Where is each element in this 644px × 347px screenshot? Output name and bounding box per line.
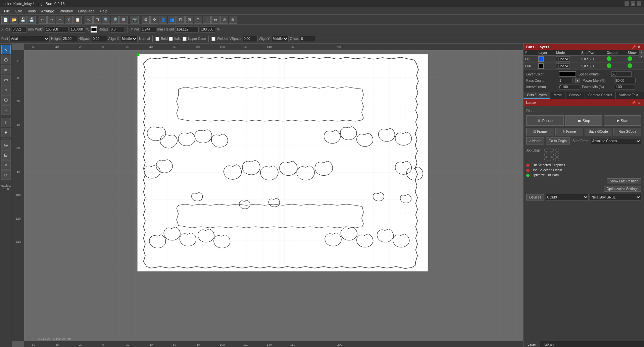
job-origin-grid[interactable] bbox=[544, 148, 560, 161]
layer-output-c00[interactable] bbox=[605, 63, 626, 70]
drawing-canvas[interactable]: x: 213.00 , y: 108.00 mm bbox=[24, 50, 523, 341]
zoom-in[interactable]: 🔍 bbox=[102, 16, 110, 24]
select-tool[interactable]: ↖ bbox=[85, 16, 93, 24]
table-row[interactable]: C01 Line 5.0 / 80.0 bbox=[524, 56, 644, 63]
menu-tools[interactable]: Tools bbox=[24, 8, 39, 14]
select-tool-btn[interactable]: ↖ bbox=[1, 45, 11, 54]
power-max-input[interactable] bbox=[615, 78, 636, 83]
tab-camera[interactable]: Camera Control bbox=[585, 92, 616, 99]
job-origin-tm[interactable] bbox=[550, 148, 554, 152]
new-button[interactable]: 📄 bbox=[1, 16, 9, 24]
offset-button[interactable]: ⊕ bbox=[220, 16, 228, 24]
frame-button-1[interactable]: ⊡ Frame bbox=[526, 128, 554, 135]
job-origin-bm[interactable] bbox=[550, 157, 554, 161]
redo-button[interactable]: ↪ bbox=[47, 16, 55, 24]
stop-button[interactable]: ⏹ Stop bbox=[565, 115, 603, 126]
run-gcode-button[interactable]: Run GCode bbox=[613, 128, 641, 135]
tab-variable-text[interactable]: Variable Text bbox=[616, 92, 642, 99]
draw-line-btn[interactable]: ✏ bbox=[1, 65, 11, 74]
home-button[interactable]: ⌂ Home bbox=[526, 137, 544, 144]
upper-case-checkbox[interactable] bbox=[183, 37, 187, 41]
boolean-button[interactable]: ⊞ bbox=[194, 16, 202, 24]
maximize-button[interactable]: □ bbox=[631, 1, 635, 6]
port-select[interactable]: COM9 bbox=[546, 194, 589, 200]
save-gcode-button[interactable]: Save GCode bbox=[585, 128, 612, 135]
bottom-tab-laser[interactable]: Laser bbox=[524, 341, 540, 347]
align-button[interactable]: ⊟ bbox=[177, 16, 185, 24]
mirror-button[interactable]: ⇔ bbox=[211, 16, 219, 24]
open-button[interactable]: 📂 bbox=[10, 16, 18, 24]
close-path-button[interactable]: ⊗ bbox=[229, 16, 237, 24]
font-height-input[interactable] bbox=[62, 36, 77, 42]
node-edit-btn[interactable]: ⬡ bbox=[1, 55, 11, 64]
tab-cuts-layers[interactable]: Cuts / Layers bbox=[524, 92, 550, 99]
go-to-origin-button[interactable]: Go to Origin bbox=[546, 137, 570, 144]
menu-edit[interactable]: Edit bbox=[13, 8, 24, 14]
distribute-button[interactable]: ⊠ bbox=[185, 16, 193, 24]
width-input[interactable] bbox=[45, 26, 68, 33]
rotate-input[interactable] bbox=[110, 26, 125, 33]
job-origin-ml[interactable] bbox=[544, 153, 548, 157]
pin-tool-btn[interactable]: ▼ bbox=[1, 128, 11, 137]
minimize-button[interactable]: _ bbox=[625, 1, 629, 6]
menu-language[interactable]: Language bbox=[76, 8, 97, 14]
job-origin-bl[interactable] bbox=[544, 157, 548, 161]
pause-button[interactable]: ⏸ Pause bbox=[526, 115, 564, 126]
frame-button-2[interactable]: ↻ Frame bbox=[555, 128, 583, 135]
speed-input[interactable] bbox=[611, 71, 632, 77]
italic-checkbox[interactable] bbox=[169, 37, 173, 41]
paste-button[interactable]: 📋 bbox=[73, 16, 82, 24]
layer-show-c00[interactable] bbox=[626, 63, 644, 70]
layer-color-c01[interactable] bbox=[537, 56, 555, 63]
ypos-input[interactable] bbox=[141, 26, 156, 33]
cut-button[interactable]: ✂ bbox=[56, 16, 64, 24]
job-origin-mr[interactable] bbox=[555, 153, 559, 157]
pass-count-input[interactable] bbox=[559, 78, 573, 83]
laser-panel-pin[interactable]: 📌 bbox=[631, 100, 636, 105]
job-origin-tr[interactable] bbox=[555, 148, 559, 152]
laser-panel-close[interactable]: × bbox=[637, 100, 641, 105]
interval-input[interactable] bbox=[559, 84, 579, 90]
start-from-select[interactable]: Absolute Coords bbox=[591, 138, 641, 144]
show-last-position-button[interactable]: Show Last Position bbox=[607, 178, 641, 184]
layer-output-c01[interactable] bbox=[605, 56, 626, 63]
job-origin-tl[interactable] bbox=[544, 148, 548, 152]
circle-laser-btn[interactable]: ◎ bbox=[1, 140, 11, 150]
hspace-input[interactable] bbox=[92, 36, 107, 42]
vspace-input[interactable] bbox=[243, 36, 258, 42]
offset-input[interactable] bbox=[300, 36, 315, 42]
save-as-button[interactable]: 💾 bbox=[28, 16, 36, 24]
menu-arrange[interactable]: Arrange bbox=[38, 8, 57, 14]
start-button[interactable]: ▶ Start bbox=[604, 115, 641, 126]
menu-window[interactable]: Window bbox=[57, 8, 76, 14]
optimization-settings-button[interactable]: Optimization Settings bbox=[604, 186, 642, 192]
scroll-up-btn[interactable]: ▲ bbox=[639, 50, 644, 54]
menu-file[interactable]: File bbox=[1, 8, 13, 14]
crosshair-button[interactable]: ✛ bbox=[150, 16, 158, 24]
height-pct-input[interactable] bbox=[200, 26, 215, 33]
align-x-select[interactable]: Middle bbox=[120, 36, 138, 42]
layer-color-swatch[interactable] bbox=[559, 71, 576, 77]
devices-button[interactable]: Devices bbox=[526, 194, 544, 200]
close-button[interactable]: × bbox=[637, 1, 641, 6]
zoom-select[interactable]: ⊞ bbox=[119, 16, 128, 24]
layer-color-c00[interactable] bbox=[537, 63, 555, 70]
power-min-input[interactable] bbox=[615, 84, 635, 90]
table-row[interactable]: C00 Line 5.0 / 80.0 bbox=[524, 63, 644, 70]
layer-mode-c01[interactable]: Line bbox=[555, 56, 580, 63]
draw-ellipse-btn[interactable]: ○ bbox=[1, 85, 11, 95]
width-pct-input[interactable] bbox=[70, 26, 85, 33]
welded-checkbox[interactable] bbox=[211, 37, 215, 41]
group-button[interactable]: 👤 bbox=[159, 16, 167, 24]
save-button[interactable]: 💾 bbox=[19, 16, 27, 24]
job-origin-mm[interactable] bbox=[550, 153, 554, 157]
xpos-input[interactable] bbox=[12, 26, 27, 33]
tab-move[interactable]: Move bbox=[550, 92, 565, 99]
bottom-tab-library[interactable]: Library bbox=[540, 341, 559, 347]
copy-button[interactable]: ⎘ bbox=[65, 16, 73, 24]
menu-help[interactable]: Help bbox=[97, 8, 110, 14]
draw-polygon-btn[interactable]: ⬡ bbox=[1, 95, 11, 105]
laser-panel-controls[interactable]: 📌 × bbox=[631, 100, 641, 105]
import-button[interactable]: 📷 bbox=[131, 16, 139, 24]
height-input[interactable] bbox=[175, 26, 199, 33]
